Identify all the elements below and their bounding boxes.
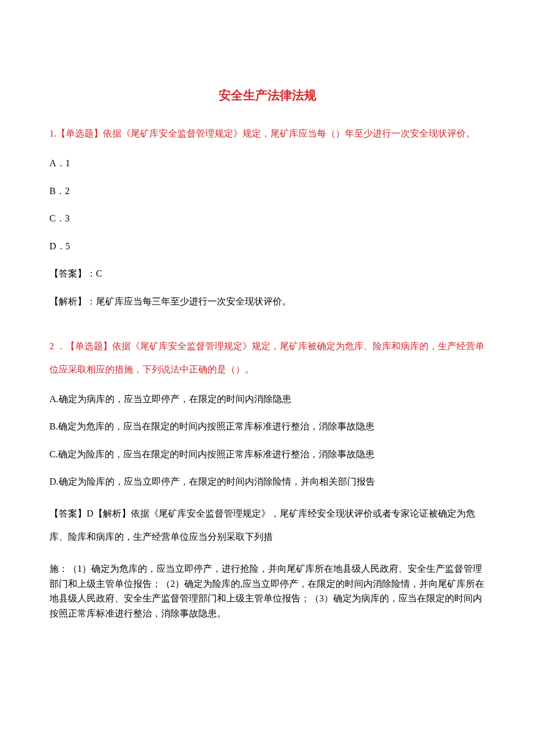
q2-option-a: A.确定为病库的，应当立即停产，在限定的时间内消除隐患 [49,392,486,407]
q1-option-a: A．1 [49,156,486,171]
q1-explanation: 【解析】：尾矿库应当每三年至少进行一次安全现状评价。 [49,294,486,309]
q1-answer: 【答案】：C [49,266,486,281]
q2-option-d: D.确定为险库的，应当立即停产，在限定的时间内消除险情，并向相关部门报告 [49,474,486,489]
q1-prompt: 1.【单选题】依据《尾矿库安全监督管理规定》规定，尾矿库应当每（）年至少进行一次… [49,122,486,145]
q1-option-d: D．5 [49,239,486,254]
q1-option-b: B．2 [49,184,486,199]
question-2: 2 ．【单选题】依据《尾矿库安全监督管理规定》规定，尾矿库被确定为危库、险库和病… [49,335,486,621]
page-title: 安全生产法律法规 [49,87,486,103]
q2-option-c: C.确定为险库的，应当在限定的时间内按照正常库标准进行整治，消除事故隐患 [49,447,486,462]
q1-option-c: C．3 [49,211,486,226]
question-1: 1.【单选题】依据《尾矿库安全监督管理规定》规定，尾矿库应当每（）年至少进行一次… [49,122,486,309]
q2-prompt: 2 ．【单选题】依据《尾矿库安全监督管理规定》规定，尾矿库被确定为危库、险库和病… [49,335,486,381]
q2-answer-explanation: 【答案】D【解析】依据《尾矿库安全监督管理规定》，尾矿库经安全现状评价或者专家论… [49,502,486,549]
q2-explanation-continued: 施：（1）确定为危库的，应当立即停产，进行抢险，并向尾矿库所在地县级人民政府、安… [49,561,486,621]
q2-option-b: B.确定为危库的，应当在限定的时间内按照正常库标准进行整治，消除事故隐患 [49,419,486,434]
